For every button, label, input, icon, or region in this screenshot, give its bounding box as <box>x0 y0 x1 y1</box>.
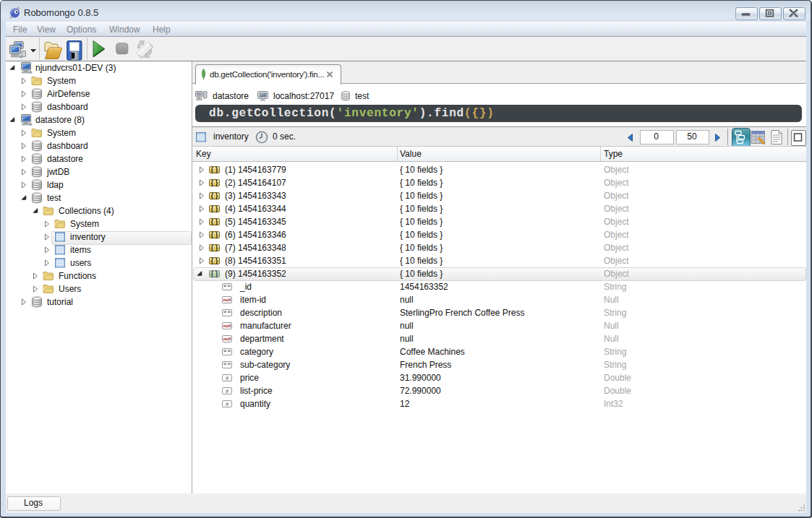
svg-text:}: } <box>215 192 218 199</box>
svg-text:{: { <box>211 218 214 225</box>
svg-text:null: null <box>223 324 231 328</box>
svg-text:{: { <box>211 231 214 238</box>
svg-text:}: } <box>215 270 218 277</box>
svg-text:{: { <box>211 270 214 277</box>
svg-text:}: } <box>215 257 218 264</box>
svg-text:}: } <box>215 231 218 238</box>
svg-text:{: { <box>211 244 214 251</box>
svg-text:}: } <box>215 205 218 212</box>
svg-text:}: } <box>215 218 218 225</box>
svg-text:{: { <box>211 205 214 212</box>
svg-text:}: } <box>215 166 218 173</box>
svg-text:{: { <box>211 257 214 264</box>
svg-text:{: { <box>211 192 214 199</box>
svg-text:}: } <box>215 244 218 251</box>
svg-text:{: { <box>211 179 214 186</box>
svg-text:null: null <box>223 337 231 341</box>
svg-text:{: { <box>211 166 214 173</box>
svg-text:null: null <box>223 298 231 302</box>
svg-text:}: } <box>215 179 218 186</box>
